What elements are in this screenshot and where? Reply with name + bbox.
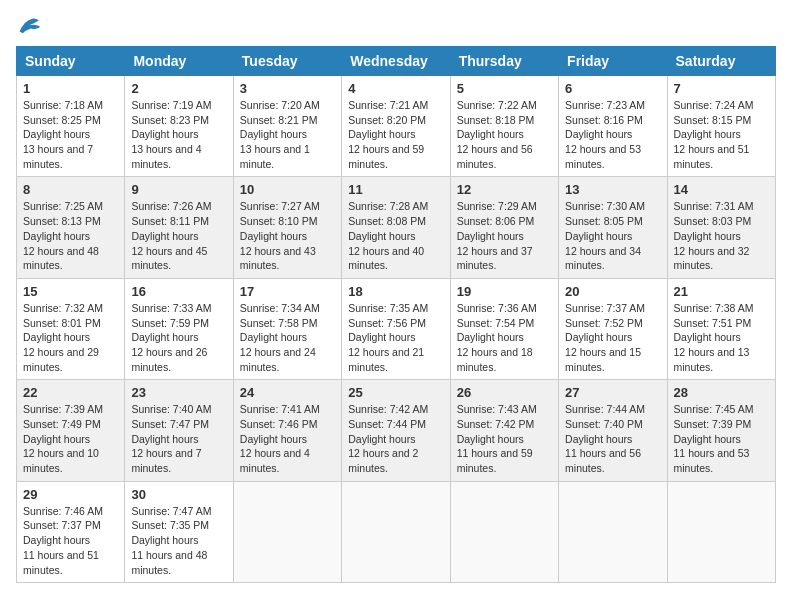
calendar-week-row: 29 Sunrise: 7:46 AM Sunset: 7:37 PM Dayl… <box>17 481 776 582</box>
calendar-day-cell: 16 Sunrise: 7:33 AM Sunset: 7:59 PM Dayl… <box>125 278 233 379</box>
logo-bird-icon <box>18 16 42 36</box>
sunrise-label: Sunrise: 7:30 AM <box>565 200 645 212</box>
day-number: 11 <box>348 182 443 197</box>
daylight-value: 12 hours and 24 minutes. <box>240 346 316 373</box>
calendar-day-cell: 11 Sunrise: 7:28 AM Sunset: 8:08 PM Dayl… <box>342 177 450 278</box>
calendar-day-cell: 13 Sunrise: 7:30 AM Sunset: 8:05 PM Dayl… <box>559 177 667 278</box>
sunrise-label: Sunrise: 7:27 AM <box>240 200 320 212</box>
sunset-label: Sunset: 8:16 PM <box>565 114 643 126</box>
day-number: 10 <box>240 182 335 197</box>
sunrise-label: Sunrise: 7:21 AM <box>348 99 428 111</box>
day-info: Sunrise: 7:30 AM Sunset: 8:05 PM Dayligh… <box>565 199 660 272</box>
daylight-value: 11 hours and 51 minutes. <box>23 549 99 576</box>
daylight-value: 12 hours and 56 minutes. <box>457 143 533 170</box>
calendar-day-cell: 24 Sunrise: 7:41 AM Sunset: 7:46 PM Dayl… <box>233 380 341 481</box>
calendar-day-cell: 15 Sunrise: 7:32 AM Sunset: 8:01 PM Dayl… <box>17 278 125 379</box>
sunset-label: Sunset: 8:18 PM <box>457 114 535 126</box>
sunrise-label: Sunrise: 7:33 AM <box>131 302 211 314</box>
day-info: Sunrise: 7:47 AM Sunset: 7:35 PM Dayligh… <box>131 504 226 577</box>
day-info: Sunrise: 7:23 AM Sunset: 8:16 PM Dayligh… <box>565 98 660 171</box>
sunrise-label: Sunrise: 7:44 AM <box>565 403 645 415</box>
daylight-label: Daylight hours <box>23 128 90 140</box>
daylight-label: Daylight hours <box>674 230 741 242</box>
sunset-label: Sunset: 8:23 PM <box>131 114 209 126</box>
daylight-label: Daylight hours <box>131 230 198 242</box>
daylight-label: Daylight hours <box>240 331 307 343</box>
sunrise-label: Sunrise: 7:40 AM <box>131 403 211 415</box>
sunrise-label: Sunrise: 7:47 AM <box>131 505 211 517</box>
daylight-value: 11 hours and 56 minutes. <box>565 447 641 474</box>
daylight-label: Daylight hours <box>131 433 198 445</box>
daylight-label: Daylight hours <box>565 230 632 242</box>
daylight-label: Daylight hours <box>240 230 307 242</box>
day-number: 12 <box>457 182 552 197</box>
day-number: 13 <box>565 182 660 197</box>
daylight-label: Daylight hours <box>457 230 524 242</box>
day-info: Sunrise: 7:35 AM Sunset: 7:56 PM Dayligh… <box>348 301 443 374</box>
daylight-label: Daylight hours <box>348 331 415 343</box>
calendar-day-cell: 28 Sunrise: 7:45 AM Sunset: 7:39 PM Dayl… <box>667 380 775 481</box>
daylight-value: 12 hours and 21 minutes. <box>348 346 424 373</box>
daylight-label: Daylight hours <box>674 128 741 140</box>
column-header-friday: Friday <box>559 47 667 76</box>
day-number: 17 <box>240 284 335 299</box>
calendar-day-cell <box>342 481 450 582</box>
daylight-label: Daylight hours <box>457 128 524 140</box>
day-number: 23 <box>131 385 226 400</box>
calendar-day-cell: 8 Sunrise: 7:25 AM Sunset: 8:13 PM Dayli… <box>17 177 125 278</box>
sunrise-label: Sunrise: 7:28 AM <box>348 200 428 212</box>
day-info: Sunrise: 7:42 AM Sunset: 7:44 PM Dayligh… <box>348 402 443 475</box>
calendar-day-cell: 3 Sunrise: 7:20 AM Sunset: 8:21 PM Dayli… <box>233 76 341 177</box>
daylight-label: Daylight hours <box>23 534 90 546</box>
day-number: 21 <box>674 284 769 299</box>
day-number: 7 <box>674 81 769 96</box>
daylight-label: Daylight hours <box>23 331 90 343</box>
calendar-day-cell <box>233 481 341 582</box>
daylight-label: Daylight hours <box>240 433 307 445</box>
daylight-value: 12 hours and 32 minutes. <box>674 245 750 272</box>
day-number: 22 <box>23 385 118 400</box>
daylight-label: Daylight hours <box>674 433 741 445</box>
daylight-label: Daylight hours <box>565 433 632 445</box>
sunrise-label: Sunrise: 7:20 AM <box>240 99 320 111</box>
calendar-day-cell: 20 Sunrise: 7:37 AM Sunset: 7:52 PM Dayl… <box>559 278 667 379</box>
sunrise-label: Sunrise: 7:38 AM <box>674 302 754 314</box>
sunset-label: Sunset: 7:39 PM <box>674 418 752 430</box>
day-number: 29 <box>23 487 118 502</box>
sunrise-label: Sunrise: 7:31 AM <box>674 200 754 212</box>
calendar-day-cell: 29 Sunrise: 7:46 AM Sunset: 7:37 PM Dayl… <box>17 481 125 582</box>
sunset-label: Sunset: 8:06 PM <box>457 215 535 227</box>
calendar-day-cell: 18 Sunrise: 7:35 AM Sunset: 7:56 PM Dayl… <box>342 278 450 379</box>
day-number: 2 <box>131 81 226 96</box>
sunset-label: Sunset: 7:42 PM <box>457 418 535 430</box>
sunrise-label: Sunrise: 7:26 AM <box>131 200 211 212</box>
sunrise-label: Sunrise: 7:46 AM <box>23 505 103 517</box>
daylight-label: Daylight hours <box>348 230 415 242</box>
day-info: Sunrise: 7:44 AM Sunset: 7:40 PM Dayligh… <box>565 402 660 475</box>
day-number: 26 <box>457 385 552 400</box>
page-header <box>16 16 776 36</box>
sunset-label: Sunset: 7:54 PM <box>457 317 535 329</box>
day-number: 24 <box>240 385 335 400</box>
daylight-value: 12 hours and 53 minutes. <box>565 143 641 170</box>
sunset-label: Sunset: 7:44 PM <box>348 418 426 430</box>
calendar-day-cell <box>559 481 667 582</box>
sunset-label: Sunset: 7:51 PM <box>674 317 752 329</box>
calendar-day-cell: 26 Sunrise: 7:43 AM Sunset: 7:42 PM Dayl… <box>450 380 558 481</box>
sunset-label: Sunset: 7:40 PM <box>565 418 643 430</box>
sunset-label: Sunset: 7:58 PM <box>240 317 318 329</box>
calendar-table: SundayMondayTuesdayWednesdayThursdayFrid… <box>16 46 776 583</box>
sunset-label: Sunset: 8:21 PM <box>240 114 318 126</box>
daylight-value: 12 hours and 2 minutes. <box>348 447 418 474</box>
daylight-value: 11 hours and 59 minutes. <box>457 447 533 474</box>
day-number: 8 <box>23 182 118 197</box>
daylight-value: 12 hours and 37 minutes. <box>457 245 533 272</box>
daylight-value: 12 hours and 40 minutes. <box>348 245 424 272</box>
day-number: 28 <box>674 385 769 400</box>
calendar-day-cell: 12 Sunrise: 7:29 AM Sunset: 8:06 PM Dayl… <box>450 177 558 278</box>
day-info: Sunrise: 7:37 AM Sunset: 7:52 PM Dayligh… <box>565 301 660 374</box>
day-info: Sunrise: 7:33 AM Sunset: 7:59 PM Dayligh… <box>131 301 226 374</box>
daylight-value: 11 hours and 48 minutes. <box>131 549 207 576</box>
sunrise-label: Sunrise: 7:42 AM <box>348 403 428 415</box>
column-header-tuesday: Tuesday <box>233 47 341 76</box>
